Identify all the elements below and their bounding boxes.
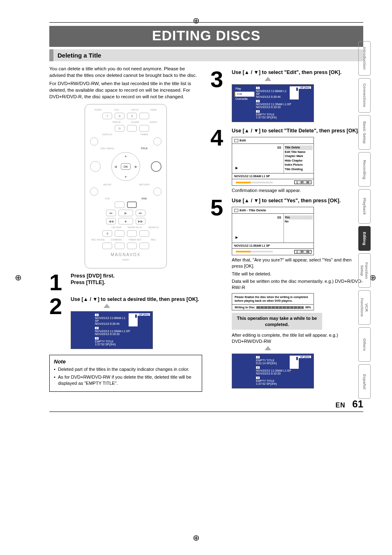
step-2: 2 Use [▲ / ▼] to select a desired title,… [49,296,202,351]
disc-icon [234,209,238,212]
tab-playback: Playback [358,189,371,224]
tab-espanol: Español [358,364,371,399]
title-list-screen: SP (2Hr) 1 NOV/21/12 11:00AM L1 SP NOV/2… [71,311,153,349]
vcr-button [115,201,125,208]
tab-vcr-functions: VCR Functions [358,290,371,325]
intro-p1: You can delete a title which you do not … [49,65,202,79]
operation-warning: This operation may take a while to be co… [232,313,322,330]
note-heading: Note [54,358,66,365]
step-number: 3 [210,69,228,124]
step-number: 1 [49,273,67,292]
crop-mark-left: ⊕ [15,273,22,282]
play-icon: ▶ [235,236,238,239]
crop-mark-top: ⊕ [193,16,200,25]
step-1: 1 Press [DVD] first. Press [TITLE]. [49,273,202,292]
brand-logo: MAGNAVOX [111,252,141,257]
intro-text: You can delete a title which you do not … [49,65,202,100]
title-button [151,161,161,172]
dpad: ▲ ▼ ◀ ▶ OK [111,152,140,181]
disc-icon [234,139,238,142]
up-triangle-icon [104,304,110,308]
tab-editing: Editing [358,226,371,251]
tab-recording: Recording [358,152,371,187]
tab-basic-setup: Basic Setup [358,115,371,150]
left-arrow-icon: ◀ [114,165,117,169]
page-title: EDITING DISCS [49,26,363,47]
thumbnail-icon [290,86,299,99]
dvd-button [127,201,137,208]
edit-menu-screen: Edit 1 ▶ Title Delete Edit Title Name Ch… [232,137,314,186]
edit-list-screen: Play Edit Overwrite SP (2Hr) 1 NOV/21/12… [232,84,314,122]
side-tabs: Introduction Connections Basic Setup Rec… [358,41,371,399]
up-triangle-icon [265,346,271,350]
rule-top [49,22,363,23]
setup-button [90,187,98,196]
crop-mark-bottom: ⊕ [193,533,200,543]
confirm-screen: Edit - Title Delete 1 ▶ Yes No [232,207,314,255]
remote-illustration: PQRS TUV WXYZ HDMI 7 8 9 SPACE CLEAR AUD… [85,104,167,268]
up-arrow-icon: ▲ [124,154,127,158]
thumbnail-icon [129,313,138,326]
step-5: 5 Use [▲ / ▼] to select "Yes", then pres… [210,198,363,390]
step-number: 5 [210,198,228,390]
note-item: As for DVD+RW/DVD-RW if you delete the t… [54,374,198,386]
disc-menu-button [90,161,101,172]
page-number: 61 [352,398,363,409]
writing-progress-screen: Please finalize the disc when the writin… [232,293,314,310]
tab-connections: Connections [358,78,371,113]
section-heading: Deleting a Title [49,49,363,61]
tab-function-setup: Function Setup [358,253,371,288]
note-box: Note Deleted part of the titles in the c… [49,355,202,392]
thumbnail-icon [290,356,299,369]
intro-p2: For DVD+RW/DVD-RW, when the last recorde… [49,80,202,100]
step-3: 3 Use [▲ / ▼] to select "Edit", then pre… [210,69,363,124]
note-item: Deleted part of the titles in the capaci… [54,366,198,372]
display-button [90,137,98,146]
down-arrow-icon: ▼ [124,175,127,179]
timer-button [153,137,161,146]
play-icon: ▶ [235,166,238,170]
page-footer: EN 61 [49,398,363,410]
ok-button: OK [121,163,131,170]
title-list-after-screen: SP (2Hr) 1 EMPTY TITLE 0:21:14 SP(2Hr) 2… [232,354,314,388]
up-triangle-icon [265,77,271,81]
tab-introduction: Introduction [358,41,371,76]
return-button [153,187,161,196]
rule-bottom [49,412,363,412]
step-number: 2 [49,296,67,351]
progress-bar [256,306,304,309]
step-4: 4 Use [▲ / ▼] to select "Title Delete", … [210,128,363,194]
step-number: 4 [210,128,228,194]
right-arrow-icon: ▶ [135,165,137,169]
tab-others: Others [358,327,371,362]
